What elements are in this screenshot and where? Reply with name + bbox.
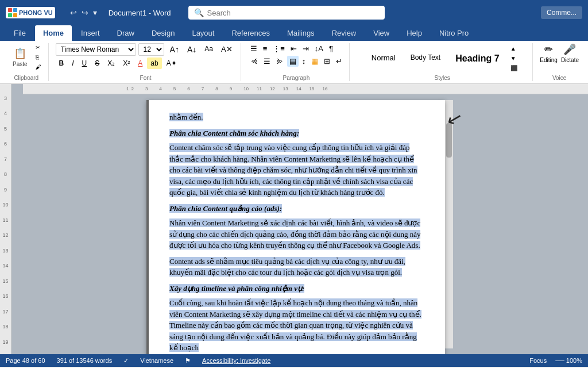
editing-icon: ✏ <box>544 43 553 56</box>
ruler-num--13: 13 <box>2 248 8 263</box>
tab-layout[interactable]: Layout <box>184 25 222 41</box>
tab-home[interactable]: Home <box>35 25 72 41</box>
increase-indent-btn[interactable]: ⇥ <box>300 43 311 54</box>
tab-references[interactable]: References <box>223 25 277 41</box>
ribbon-group-paragraph: ☰ ≡ ⋮≡ ⇤ ⇥ ↕A ¶ ⫷ ☰ ⫸ ▤ ↕ ▦ ⊞ ↵ Paragrap… <box>243 43 350 81</box>
para-4: Nhân viên Content Marketing sẽ xác định … <box>169 217 422 251</box>
font-color-btn[interactable]: A <box>134 57 146 69</box>
bullets-btn[interactable]: ☰ <box>248 43 260 54</box>
decrease-indent-btn[interactable]: ⇤ <box>288 43 299 54</box>
tab-help[interactable]: Help <box>399 25 430 41</box>
document-page[interactable]: nhằm đến. Phân chia Content chăm sóc khá… <box>146 100 445 354</box>
font-case-btn[interactable]: Aa <box>201 43 216 56</box>
tab-insert[interactable]: Insert <box>73 25 108 41</box>
para-6: Xây dựng timeline và phân công nhiệm vụ: <box>169 283 422 294</box>
format-painter-button[interactable]: 🖌 <box>33 63 44 71</box>
strikethrough-button[interactable]: S <box>91 57 103 69</box>
ruler-num--14: 14 <box>2 263 8 278</box>
bold-button[interactable]: B <box>56 57 68 69</box>
search-bar[interactable]: 🔍 <box>188 6 385 20</box>
style-normal[interactable]: Normal <box>365 51 402 67</box>
editing-btn[interactable]: ✏ Editing <box>540 43 558 63</box>
ruler-num--3: 3 <box>4 95 7 110</box>
styles-up-arrow[interactable]: ▲ <box>508 44 520 53</box>
show-marks-btn[interactable]: ¶ <box>327 43 335 54</box>
customize-icon[interactable]: ▾ <box>93 8 97 17</box>
tab-design[interactable]: Design <box>144 25 183 41</box>
sort-btn[interactable]: ↕A <box>312 43 326 54</box>
ruler-num--18: 18 <box>2 324 8 339</box>
ruler-mark-13: 13 <box>283 86 288 91</box>
font-row-2: B I U S X₂ X² A ab A✦ <box>56 57 236 69</box>
style-body-text[interactable]: Body Text <box>404 51 447 67</box>
styles-expand[interactable]: ⬛ <box>508 64 520 72</box>
tab-mailings[interactable]: Mailings <box>279 25 323 41</box>
ribbon-group-voice: ✏ Editing 🎤 Dictate Voice <box>535 43 583 81</box>
ruler-num--16: 16 <box>2 293 8 308</box>
increase-font-btn[interactable]: A↑ <box>167 43 183 56</box>
clipboard-small-btns: ✂ ⎘ 🖌 <box>33 43 44 71</box>
comments-button[interactable]: Comme... <box>541 6 582 19</box>
dictate-btn[interactable]: 🎤 Dictate <box>561 43 579 63</box>
paragraph-label: Paragraph <box>283 75 310 81</box>
editing-label: Editing <box>540 57 558 63</box>
text-effects-btn[interactable]: A✦ <box>163 57 180 69</box>
tab-file[interactable]: File <box>6 25 34 41</box>
focus-status[interactable]: Focus <box>529 357 547 364</box>
font-clear-btn[interactable]: A✕ <box>218 43 236 56</box>
borders-btn[interactable]: ⊞ <box>322 56 332 67</box>
proofing-icon: ✓ <box>123 357 129 365</box>
ruler-num--11: 11 <box>2 217 8 232</box>
highlight-btn[interactable]: ab <box>147 57 161 69</box>
font-size-select[interactable]: 12 <box>138 43 164 56</box>
ruler-mark-11: 11 <box>257 86 262 91</box>
scrollbar-thumb[interactable] <box>446 123 452 158</box>
accessibility-status[interactable]: Accessibility: Investigate <box>202 357 270 364</box>
style-heading[interactable]: Heading 7 <box>449 51 505 67</box>
copy-button[interactable]: ⎘ <box>33 53 44 62</box>
status-bar: Page 48 of 60 391 of 13546 words ✓ Vietn… <box>0 354 588 367</box>
align-left-btn[interactable]: ⫷ <box>248 56 260 67</box>
undo-icon[interactable]: ↩ <box>70 8 77 17</box>
ruler-mark-3: 3 <box>145 86 148 91</box>
ruler-num--5: 5 <box>4 126 7 141</box>
tab-nitro[interactable]: Nitro Pro <box>431 25 477 41</box>
ruler-num--7: 7 <box>4 156 7 171</box>
zoom-slider[interactable]: ── 100% <box>555 357 582 364</box>
line-spacing-btn[interactable]: ↕ <box>300 56 308 67</box>
tab-review[interactable]: Review <box>324 25 365 41</box>
scrollbar-vertical[interactable] <box>445 100 453 348</box>
superscript-button[interactable]: X² <box>119 57 133 69</box>
paste-button[interactable]: 📋 Paste <box>9 45 31 69</box>
cut-button[interactable]: ✂ <box>33 43 44 52</box>
align-right-btn[interactable]: ⫸ <box>274 56 286 67</box>
font-name-select[interactable]: Times New Roman <box>56 43 136 56</box>
ruler-mark-15: 15 <box>310 86 315 91</box>
italic-button[interactable]: I <box>68 57 77 69</box>
multilevel-btn[interactable]: ⋮≡ <box>270 43 287 54</box>
redo-icon[interactable]: ↪ <box>82 8 88 17</box>
page-content: nhằm đến. Phân chia Content chăm sóc khá… <box>169 112 422 354</box>
tab-draw[interactable]: Draw <box>109 25 142 41</box>
search-input[interactable] <box>207 9 379 17</box>
language-status: Vietnamese <box>140 357 173 364</box>
numbering-btn[interactable]: ≡ <box>261 43 270 54</box>
para-mark-btn[interactable]: ↵ <box>334 56 345 67</box>
ruler-mark-8: 8 <box>215 86 218 91</box>
ribbon: 📋 Paste ✂ ⎘ 🖌 Clipboard Times New Roman … <box>0 41 588 84</box>
shading-btn[interactable]: ▦ <box>309 56 320 67</box>
tab-view[interactable]: View <box>365 25 397 41</box>
align-center-btn[interactable]: ☰ <box>261 56 273 67</box>
para-1-text: Phân chia Content chăm sóc khách hàng: <box>169 129 299 137</box>
paste-icon: 📋 <box>14 47 26 60</box>
underline-button[interactable]: U <box>79 57 91 69</box>
subscript-button[interactable]: X₂ <box>104 57 118 69</box>
status-right: Focus ── 100% <box>529 357 582 364</box>
title-bar: PHONG VU ↩ ↪ ▾ Document1 - Word 🔍 Comme.… <box>0 0 588 25</box>
justify-btn[interactable]: ▤ <box>287 56 299 67</box>
ruler-mark-14: 14 <box>296 86 301 91</box>
ruler-mark-4: 4 <box>159 86 161 91</box>
decrease-font-btn[interactable]: A↓ <box>184 43 200 56</box>
styles-down-arrow[interactable]: ▼ <box>508 54 520 63</box>
ruler-num--10: 10 <box>2 202 8 217</box>
